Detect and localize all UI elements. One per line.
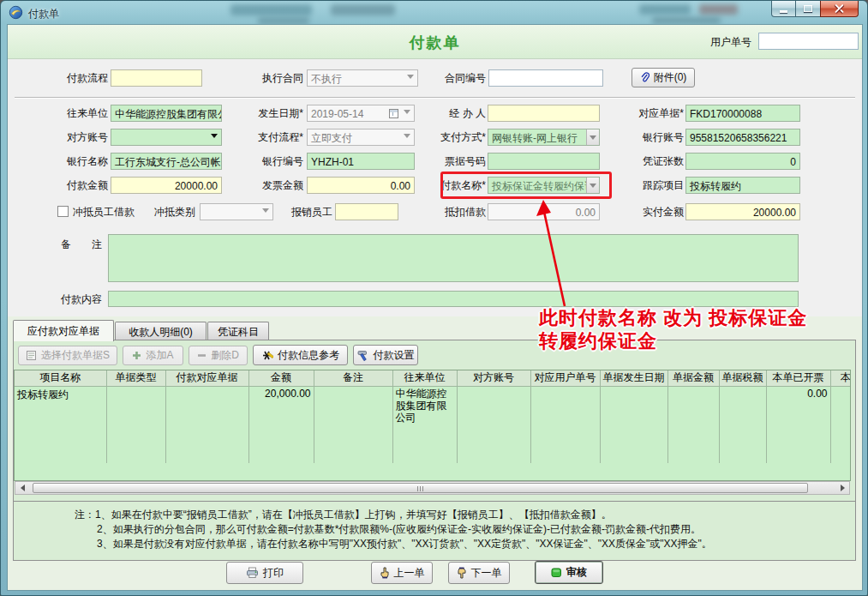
payment-amount-label: 付款金额 [25,177,108,194]
grid-header-row: 项目名称 单据类型 付款对应单据 金额 备注 往来单位 对方账号 对应用户单号 … [15,370,851,386]
calendar-icon [389,109,398,118]
minimize-button[interactable] [771,1,796,17]
offset-loan-checkbox[interactable] [57,206,69,217]
delete-icon [197,351,207,360]
payment-settings-button[interactable]: 付款设置 [353,345,418,365]
note-line-1: 注：1、如果在付款中要“报销员工借款”，请在【冲抵员工借款】上打钩，并填写好【报… [75,508,712,522]
print-button-label: 打印 [263,566,284,581]
remark-label: 备 注 [25,236,102,253]
chevron-down-icon [407,77,414,87]
partner-account-select[interactable] [111,129,222,146]
payable-docs-grid: 项目名称 单据类型 付款对应单据 金额 备注 往来单位 对方账号 对应用户单号 … [14,370,851,481]
payment-settings-label: 付款设置 [374,348,415,363]
offset-type-label: 冲抵类别 [147,203,195,220]
cell-invoiced[interactable]: 0.00 [766,386,830,463]
cell-doc-date[interactable] [600,386,667,463]
printer-icon [246,567,259,579]
prev-doc-button[interactable]: 上一单 [371,562,433,584]
close-icon [835,4,844,14]
horizontal-scrollbar[interactable] [15,481,850,495]
audit-button-label: 审核 [566,565,587,580]
add-icon [132,351,141,360]
background-blur [639,4,691,15]
add-button: 添加A [123,346,183,365]
user-no-input[interactable] [758,33,859,50]
tab-payee-detail[interactable]: 收款人明细(0) [115,322,207,340]
col-header: 项目名称 [15,370,106,386]
window-title: 付款单 [28,7,59,21]
notes-panel: 注：1、如果在付款中要“报销员工借款”，请在【冲抵员工借款】上打钩，并填写好【报… [13,501,856,561]
cell-ref-doc[interactable] [165,386,248,463]
maximize-button[interactable] [796,1,820,17]
tab-payable-docs[interactable]: 应付款对应单据 [13,320,114,341]
select-payment-doc-button: 选择付款单据S [18,346,117,365]
payment-flow-input[interactable] [111,69,202,87]
next-doc-button[interactable]: 下一单 [448,562,510,584]
pay-flow-select: 立即支付 [307,129,415,146]
prev-doc-button-label: 上一单 [394,566,425,581]
cell-partner-unit[interactable]: 中华能源控股集团有限公司 [392,386,457,463]
chevron-down-icon [586,129,599,145]
col-header: 本单已 [830,370,851,386]
handler-input[interactable] [488,105,600,122]
cell-user-no[interactable] [530,386,600,463]
print-button[interactable]: 打印 [226,562,303,584]
grid-data-row[interactable]: 投标转履约 20,000.00 中华能源控股集团有限公司 0.00 [15,386,851,463]
occur-date-label: 发生日期* [254,105,303,122]
voucher-count-field: 0 [685,153,800,170]
cell-partner-account[interactable] [457,386,530,463]
handler-label: 经 办 人 [437,105,486,122]
attachment-button[interactable]: 附件(0) [632,68,695,87]
background-blur [699,4,738,15]
cell-remark[interactable] [314,386,392,463]
actual-amount-input[interactable]: 20000.00 [685,203,800,220]
app-window: 付款单 付款单 用户单号 付款流程 执行合同 不执行 合同编号 附件 [0,0,868,596]
payment-info-ref-icon [261,350,273,361]
cell-doc-type[interactable] [106,386,165,463]
audit-button[interactable]: 审核 [535,561,603,584]
maximize-icon [804,5,812,12]
contract-no-input[interactable] [488,69,603,87]
scroll-right-button[interactable] [835,482,849,494]
tab-voucher-subjects[interactable]: 凭证科目 [207,322,269,340]
payment-amount-input[interactable]: 20000.00 [111,177,222,194]
note-line-2: 2、如果执行的分包合同，那么可付款金额=付款基数*付款限额%-(应收履约保证金-… [75,522,712,537]
invoice-amount-input[interactable]: 0.00 [307,177,415,194]
cell-project-name[interactable]: 投标转履约 [15,386,106,463]
cell-doc-amount[interactable] [667,386,719,463]
bill-no-label: 票据号码 [437,153,486,170]
contract-exec-value: 不执行 [311,73,342,85]
cell-amount[interactable]: 20,000.00 [248,386,314,463]
ref-doc-label: 对应单据* [630,105,684,122]
occur-date-value: 2019-05-14 [311,108,363,120]
partner-unit-field: 中华能源控股集团有限公 [111,105,222,122]
bank-code-field: YHZH-01 [307,153,415,170]
annotation-highlight-box [440,172,612,199]
window-titlebar[interactable]: 付款单 [1,1,867,25]
separator [15,97,855,99]
bank-code-label: 银行编号 [254,153,303,170]
pay-method-label: 支付方式* [437,129,486,146]
background-blur [258,17,309,25]
ref-doc-field: FKD170000088 [685,105,800,122]
offset-loan-label: 冲抵员工借款 [73,203,141,220]
scroll-left-button[interactable] [15,482,29,494]
remark-textarea[interactable] [108,234,799,282]
app-icon [9,5,23,20]
deduct-loan-label: 抵扣借款 [437,203,486,220]
cell-paid[interactable] [830,386,851,463]
reimburse-employee-input[interactable] [335,203,398,220]
prev-hand-icon [380,567,390,579]
col-header: 单据发生日期 [600,370,667,386]
pay-method-select[interactable]: 网银转账-网上银行 [488,129,600,146]
chevron-down-icon [404,112,410,122]
select-doc-icon [26,350,37,361]
contract-exec-select: 不执行 [307,69,418,87]
close-button[interactable] [820,1,859,17]
delete-button: 删除D [189,346,248,365]
note-prefix: 注： [75,509,95,521]
cell-doc-tax[interactable] [719,386,766,463]
scroll-thumb[interactable] [33,483,808,493]
payment-info-ref-button[interactable]: 付款信息参考 [253,345,348,365]
minimize-icon [780,10,787,13]
